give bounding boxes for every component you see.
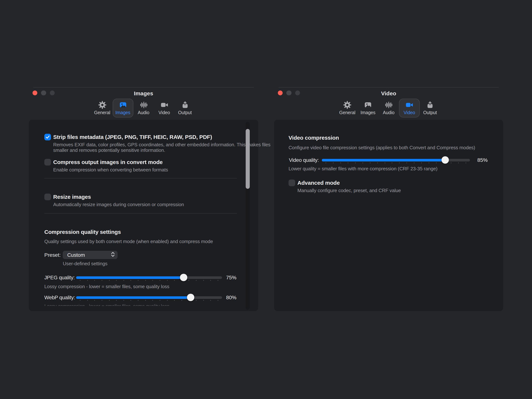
slider-thumb[interactable]	[187, 294, 194, 301]
setting-label: Resize images	[53, 194, 91, 200]
setting-description: smaller and removes potentially sensitiv…	[53, 147, 270, 153]
tab-label: Output	[178, 110, 192, 115]
jpeg-quality-value: 75%	[222, 274, 236, 280]
desktop-background: Images General Images Audio Video Output	[0, 0, 532, 399]
tab-label: Video	[404, 110, 415, 115]
video-quality-value: 85%	[473, 157, 488, 163]
chevron-up-down-icon	[111, 251, 115, 259]
tab-label: Audio	[138, 110, 149, 115]
preset-note: User-defined settings	[63, 261, 108, 266]
section-description: Quality settings used by both convert mo…	[44, 239, 213, 244]
slider-ticks	[80, 280, 218, 281]
jpeg-quality-description: Lossy compression - lower = smaller file…	[44, 284, 169, 289]
tab-label: Audio	[383, 110, 395, 115]
strip-metadata-checkbox[interactable]	[44, 134, 51, 140]
setting-label: Advanced mode	[298, 180, 340, 186]
divider	[44, 178, 237, 178]
tab-label: Images	[115, 110, 130, 115]
slider-fill	[322, 159, 447, 161]
setting-description: Enable compression when converting betwe…	[53, 167, 168, 172]
tab-images[interactable]: Images	[113, 99, 133, 117]
tab-video[interactable]: Video	[399, 99, 420, 117]
gear-icon	[98, 101, 106, 109]
tab-general[interactable]: General	[92, 99, 113, 117]
audio-waveform-icon	[385, 101, 393, 109]
section-description: Configure video file compression setting…	[289, 145, 475, 150]
window-top-edge	[279, 87, 499, 88]
divider	[44, 213, 237, 214]
tab-general[interactable]: General	[337, 99, 358, 117]
setting-label: Strip files metadata (JPEG, PNG, TIFF, H…	[53, 134, 212, 140]
scrollbar-thumb[interactable]	[246, 129, 250, 189]
webp-quality-value: 80%	[222, 294, 236, 300]
section-heading: Video compression	[289, 134, 339, 141]
jpeg-quality-label: JPEG quality:	[44, 274, 75, 280]
toolbar-tabs: General Images Audio Video Output	[337, 99, 440, 117]
tab-images[interactable]: Images	[358, 99, 378, 117]
slider-thumb[interactable]	[442, 156, 449, 164]
video-quality-slider[interactable]	[322, 156, 470, 164]
tab-audio[interactable]: Audio	[378, 99, 399, 117]
setting-strip-metadata: Strip files metadata (JPEG, PNG, TIFF, H…	[44, 134, 270, 153]
setting-description: Removes EXIF data, color profiles, GPS c…	[53, 142, 270, 147]
window-top-edge	[33, 87, 254, 88]
resize-images-checkbox[interactable]	[44, 194, 51, 200]
video-camera-icon	[405, 101, 413, 109]
share-up-icon	[181, 101, 189, 109]
setting-label: Compress output images in convert mode	[53, 159, 163, 165]
advanced-mode-checkbox[interactable]	[289, 180, 295, 186]
setting-description: Automatically resize images during conve…	[53, 202, 184, 207]
window-images-settings: Images General Images Audio Video Output	[29, 87, 258, 311]
setting-description: Manually configure codec, preset, and CR…	[298, 188, 401, 193]
setting-advanced-mode: Advanced mode Manually configure codec, …	[289, 180, 401, 193]
settings-panel: Strip files metadata (JPEG, PNG, TIFF, H…	[29, 120, 258, 311]
webp-quality-slider[interactable]	[76, 294, 222, 301]
tab-label: Video	[158, 110, 170, 115]
checkmark-icon	[45, 134, 50, 140]
preset-label: Preset:	[44, 252, 61, 258]
slider-ticks	[80, 300, 218, 301]
video-quality-label: Video quality:	[289, 157, 319, 163]
webp-quality-description-clipped: Lossy compression - lower = smaller file…	[44, 303, 222, 306]
slider-fill	[76, 276, 185, 279]
settings-panel: Video compression Configure video file c…	[274, 120, 503, 311]
video-camera-icon	[160, 101, 168, 109]
tab-label: Output	[423, 110, 437, 115]
tab-output[interactable]: Output	[420, 99, 440, 117]
window-title: Images	[29, 90, 258, 96]
window-video-settings: Video General Images Audio Video Output	[274, 87, 503, 311]
section-heading: Compression quality settings	[44, 229, 121, 235]
setting-resize-images: Resize images Automatically resize image…	[44, 194, 184, 207]
tab-output[interactable]: Output	[175, 99, 195, 117]
images-icon	[364, 101, 372, 109]
audio-waveform-icon	[139, 101, 148, 109]
webp-quality-label: WebP quality:	[44, 294, 75, 300]
tab-label: General	[94, 110, 110, 115]
images-icon	[119, 101, 127, 109]
jpeg-quality-slider[interactable]	[76, 274, 222, 281]
tab-label: Images	[361, 110, 375, 115]
tab-label: General	[339, 110, 355, 115]
share-up-icon	[426, 101, 434, 109]
tab-video[interactable]: Video	[154, 99, 175, 117]
preset-dropdown[interactable]: Custom	[63, 251, 117, 259]
gear-icon	[343, 101, 351, 109]
video-quality-description: Lower quality = smaller files with more …	[289, 166, 437, 171]
compress-convert-checkbox[interactable]	[44, 159, 51, 165]
window-title: Video	[274, 90, 503, 96]
tab-audio[interactable]: Audio	[133, 99, 154, 117]
preset-selected-value: Custom	[67, 252, 85, 258]
setting-compress-convert: Compress output images in convert mode E…	[44, 159, 168, 172]
slider-fill	[76, 296, 192, 299]
toolbar-tabs: General Images Audio Video Output	[92, 99, 195, 117]
